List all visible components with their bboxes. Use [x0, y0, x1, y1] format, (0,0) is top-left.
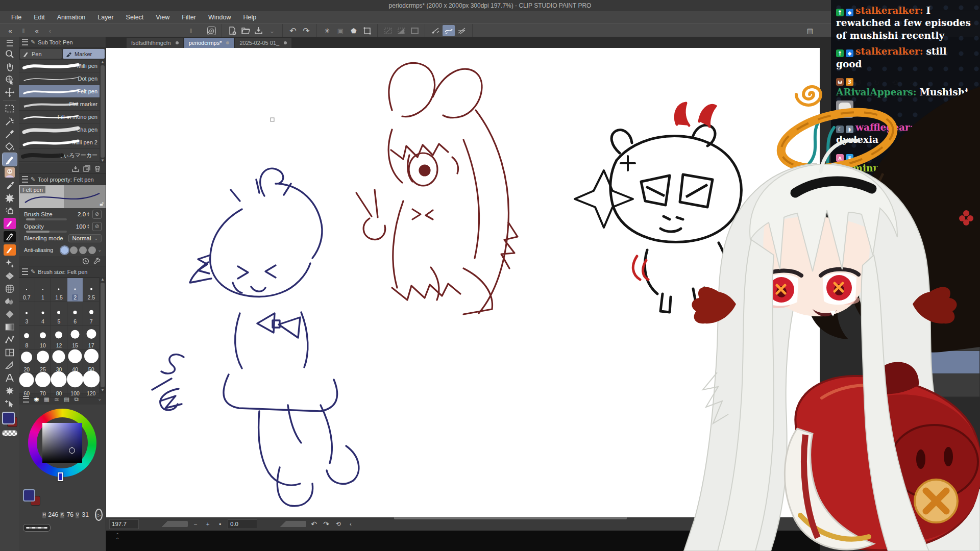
airbrush-tool-icon[interactable] [3, 204, 17, 217]
lock-icon[interactable]: 🔓︎ [100, 200, 104, 207]
size-cell[interactable]: 0.7 [19, 278, 35, 302]
open-file-icon[interactable] [239, 25, 252, 36]
brush-size-value[interactable]: 2.0 [68, 211, 86, 217]
object-tool-icon[interactable] [3, 397, 17, 410]
brush-row[interactable]: Milli pen [19, 60, 106, 72]
tab-marker[interactable]: Marker [63, 49, 105, 59]
transparent-color-chip[interactable] [2, 430, 17, 436]
delete-busy-icon[interactable]: ✳ [321, 25, 333, 36]
antialias-weak-option[interactable] [70, 246, 78, 254]
size-cell[interactable]: 10 [35, 326, 52, 350]
camera-layer-icon[interactable]: ⌧ [916, 319, 923, 326]
size-cell[interactable]: 7 [83, 302, 100, 326]
snap-ruler-icon[interactable] [429, 25, 442, 36]
zoom-slider[interactable] [142, 521, 188, 527]
chat-username[interactable]: wafflegear [855, 122, 914, 133]
move-tool-icon[interactable] [3, 86, 17, 98]
divider-handle-icon[interactable]: ‖ [17, 25, 30, 36]
delete-subtool-icon[interactable] [94, 165, 101, 172]
hue-selector[interactable] [58, 472, 63, 481]
crop-frame-icon[interactable] [361, 25, 373, 36]
main-color-swatches[interactable] [2, 412, 17, 427]
size-cell[interactable]: 25 [35, 350, 52, 374]
collapse-left-icon[interactable]: « [4, 25, 16, 36]
scroll-up-icon[interactable]: ▲ [101, 278, 105, 282]
transfer-layer-icon[interactable]: ⧉ [899, 319, 904, 326]
panel-menu-icon[interactable] [22, 39, 28, 45]
chat-username[interactable]: stalkeralker [855, 5, 923, 16]
scroll-down-icon[interactable]: ▼ [101, 388, 105, 392]
custom-image-brush-icon[interactable] [3, 166, 17, 179]
hand-tool-icon[interactable] [3, 60, 17, 73]
menu-filter[interactable]: Filter [176, 14, 202, 21]
menu-file[interactable]: File [5, 14, 28, 21]
brush-row[interactable]: Dot pen [19, 72, 106, 85]
blur-tool-icon[interactable] [3, 308, 17, 320]
size-cell[interactable]: 4 [35, 302, 52, 326]
deselect-icon[interactable]: ▣ [334, 25, 347, 36]
size-cell[interactable]: 2.5 [83, 278, 100, 302]
clip-to-layer-icon[interactable]: ⎘ [890, 319, 895, 326]
menu-window[interactable]: Window [202, 14, 237, 21]
layer-row[interactable]: 00 % No ayer 20 [886, 374, 979, 397]
magenta-pen-tool-icon[interactable] [4, 218, 16, 229]
rotate-canvas-tool-icon[interactable] [3, 73, 17, 86]
rotation-slider[interactable] [260, 521, 306, 527]
lock-alpha-icon[interactable]: ⌄ [889, 308, 893, 314]
pen-tool-icon[interactable] [3, 153, 17, 166]
selection-new-icon[interactable] [382, 25, 394, 36]
size-cell[interactable]: 60 [19, 374, 35, 398]
zoom-value[interactable]: 197.7 [109, 519, 139, 529]
sv-selector[interactable] [69, 447, 75, 454]
fill-tool-icon[interactable] [3, 140, 17, 153]
size-cell[interactable]: 12 [51, 326, 67, 350]
collapse-bar-icon[interactable]: ‹ [346, 521, 355, 527]
brush-row[interactable]: Cha pen [19, 123, 106, 136]
menu-view[interactable]: View [150, 14, 176, 21]
brush-tool-icon[interactable] [3, 179, 17, 191]
color-expand-icon[interactable]: ▷ [95, 509, 103, 521]
panel-menu-icon[interactable] [23, 396, 29, 403]
brush-row[interactable]: Flat marker [19, 98, 106, 111]
balloon-tool-icon[interactable] [3, 384, 17, 397]
tool-property-header[interactable]: ✎ Tool property: Felt pen [19, 174, 106, 185]
blend-tool-icon[interactable] [3, 295, 17, 308]
snap-grid-icon[interactable] [456, 25, 468, 36]
zoom-tool-icon[interactable] [3, 47, 17, 60]
wrench-settings-icon[interactable] [93, 258, 101, 265]
gradient-preview-chip[interactable] [23, 524, 51, 532]
fit-screen-icon[interactable]: ▪ [215, 521, 225, 527]
chevron-down-icon[interactable]: ⌄ [97, 247, 102, 253]
color-panel-swatches[interactable] [23, 489, 40, 506]
layer-row-spacer[interactable] [886, 328, 979, 351]
doc-tab-3[interactable]: 2025-02-05 01_ [235, 38, 291, 48]
emote-icon[interactable] [964, 221, 972, 228]
menu-help[interactable]: Help [237, 14, 262, 21]
antialias-none-option[interactable] [61, 246, 68, 254]
collapse-left2-icon[interactable]: « [31, 25, 43, 36]
chat-username[interactable]: stalkeralker [855, 46, 923, 57]
layer-opacity-value[interactable]: 100 [961, 297, 970, 303]
canvas-horizontal-scrollbar[interactable] [394, 517, 627, 519]
eyedropper-tool-icon[interactable] [3, 128, 17, 140]
size-cell[interactable]: 1 [35, 278, 52, 302]
brush-row-selected[interactable]: Felt pen [19, 85, 106, 98]
size-cell[interactable]: 30 [51, 350, 67, 374]
auto-select-wand-icon[interactable] [3, 115, 17, 128]
black-pen-tool-icon[interactable] [4, 231, 16, 242]
delete-layer-icon[interactable]: 🗑︎ [928, 319, 934, 326]
chat-username[interactable]: aluminum0xide [855, 220, 941, 228]
saturation-value-square[interactable] [42, 423, 82, 463]
size-cell[interactable]: 20 [19, 350, 35, 374]
blending-mode-dropdown[interactable]: Normal ⌄ [68, 234, 102, 242]
selection-rect-icon[interactable] [408, 25, 421, 36]
size-cell[interactable]: 15 [67, 326, 84, 350]
save-icon[interactable] [253, 25, 265, 36]
redo-icon[interactable]: ↷ [300, 25, 312, 36]
liquify-tool-icon[interactable] [3, 282, 17, 295]
size-cell[interactable]: 40 [67, 350, 84, 374]
brush-row[interactable]: Fill-in mono pen [19, 111, 106, 123]
antialias-options[interactable]: ⌄ [61, 246, 102, 254]
scroll-up-icon[interactable]: ▲ [101, 60, 105, 64]
brush-row[interactable]: てぃろマーカー [19, 149, 106, 162]
